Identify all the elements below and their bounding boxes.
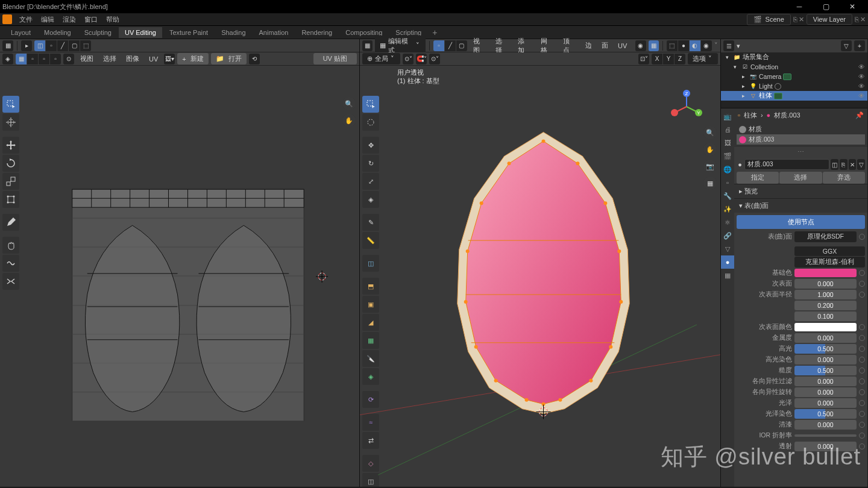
uv-menu-select[interactable]: 选择 <box>99 53 120 64</box>
overlay-toggle-icon[interactable]: ◉ <box>635 40 646 51</box>
menu-help[interactable]: 帮助 <box>102 14 123 25</box>
solid-shading-icon[interactable]: ● <box>678 40 689 51</box>
color-swatch[interactable] <box>794 323 857 331</box>
color-swatch[interactable] <box>794 269 857 277</box>
close-button[interactable]: ✕ <box>839 0 866 13</box>
material-slot[interactable]: 材质 <box>737 124 865 134</box>
link-dot[interactable] <box>859 292 865 298</box>
open-image-button[interactable]: 📁 打开 <box>211 53 247 64</box>
physics-tab-icon[interactable]: ⚛ <box>721 216 734 229</box>
pin-icon[interactable]: 📌 <box>855 111 864 119</box>
link-dot[interactable] <box>859 234 865 240</box>
mesh-tab-icon[interactable]: ▽ <box>721 242 734 255</box>
outliner-row[interactable]: ▾☑Collection👁 <box>721 62 867 72</box>
editor-type-icon[interactable]: ▦ <box>362 40 373 51</box>
surface-shader-dropdown[interactable]: 原理化BSDF <box>794 231 857 242</box>
value-slider[interactable]: 0.000 <box>794 442 857 451</box>
delete-scene-icon[interactable]: ✕ <box>799 16 804 23</box>
outliner-scene-collection[interactable]: ▾📁场景集合 <box>721 52 867 62</box>
uv-menu-image[interactable]: 图像 <box>122 53 143 64</box>
value-slider[interactable]: 1.000 <box>794 290 857 299</box>
link-dot[interactable] <box>859 335 865 341</box>
delete-layer-icon[interactable]: ✕ <box>860 16 866 23</box>
object-tab-icon[interactable]: ▫ <box>721 176 734 189</box>
vp-menu-edge[interactable]: 边 <box>582 40 596 51</box>
uv-snap-icon[interactable]: ▦ <box>16 54 27 64</box>
material-slot[interactable]: 材质.003 <box>737 134 865 145</box>
deselect-button[interactable]: 弃选 <box>823 172 865 184</box>
link-dot[interactable] <box>859 368 865 374</box>
use-nodes-button[interactable]: 使用节点 <box>737 215 865 229</box>
view-layer-selector[interactable]: View Layer <box>807 14 852 25</box>
subsurface-method-dropdown[interactable]: 克里斯坦森-伯利 <box>794 257 865 267</box>
value-slider[interactable]: 0.500 <box>794 366 857 375</box>
constraint-tab-icon[interactable]: 🔗 <box>721 229 734 242</box>
menu-file[interactable]: 文件 <box>16 14 36 25</box>
link-dot[interactable] <box>859 422 865 428</box>
link-dot[interactable] <box>859 443 865 449</box>
add-workspace-button[interactable]: + <box>429 28 441 37</box>
assign-button[interactable]: 指定 <box>737 172 779 184</box>
vertex-select-icon[interactable]: ▫ <box>433 40 444 51</box>
wireframe-shading-icon[interactable]: ⬚ <box>667 40 678 51</box>
xray-toggle-icon[interactable]: ▦ <box>649 40 659 51</box>
edge-select-icon[interactable]: ╱ <box>445 40 456 51</box>
link-dot[interactable] <box>859 270 865 276</box>
particle-tab-icon[interactable]: ✨ <box>721 202 734 216</box>
value-slider[interactable]: 0.100 <box>794 311 857 321</box>
ws-modeling[interactable]: Modeling <box>38 27 77 38</box>
scene-selector[interactable]: 🎬 Scene <box>747 14 791 25</box>
link-dot[interactable] <box>859 433 865 439</box>
render-tab-icon[interactable]: 📺 <box>721 110 734 123</box>
surface-panel-header[interactable]: ▾ 表(曲)面 <box>734 198 867 213</box>
rendered-shading-icon[interactable]: ◉ <box>701 40 712 51</box>
uv-sync-icon[interactable]: ◫ <box>34 40 45 51</box>
ws-shading[interactable]: Shading <box>215 27 251 38</box>
uv-menu-view[interactable]: 视图 <box>77 53 97 64</box>
value-slider[interactable]: 0.000 <box>794 377 857 386</box>
uv-face-icon[interactable]: ▢ <box>69 40 80 51</box>
link-dot[interactable] <box>859 357 865 363</box>
outliner-row[interactable]: ▸📷Camera👁 <box>721 72 867 81</box>
outliner-type-icon[interactable]: ☰ <box>723 40 734 51</box>
output-tab-icon[interactable]: 🖨 <box>721 123 734 136</box>
gizmo-rot-icon[interactable]: Y <box>663 54 674 64</box>
mat-new-icon[interactable]: ⎘ <box>840 159 848 170</box>
value-slider[interactable] <box>794 434 857 437</box>
link-dot[interactable] <box>859 389 865 395</box>
modifier-tab-icon[interactable]: 🔧 <box>721 189 734 202</box>
minimize-button[interactable]: ─ <box>786 0 813 13</box>
mat-users-icon[interactable]: ◫ <box>831 159 838 170</box>
uv-proportional-icon[interactable]: ⊙ <box>63 54 74 64</box>
uv-snap4-icon[interactable]: ▫ <box>50 54 61 64</box>
link-dot[interactable] <box>859 400 865 406</box>
mesh-display-icon[interactable]: ⊡˅ <box>638 54 649 64</box>
editor-type-icon[interactable]: ▦ <box>2 40 13 51</box>
link-dot[interactable] <box>859 346 865 352</box>
gizmo-move-icon[interactable]: X <box>652 54 662 64</box>
outliner-row[interactable]: ▸▽柱体👁 <box>721 91 867 101</box>
link-dot[interactable] <box>859 281 865 287</box>
viewlayer-tab-icon[interactable]: 🖼 <box>721 136 734 149</box>
uv-pivot-icon[interactable]: ◈ <box>2 54 13 64</box>
new-layer-icon[interactable]: ⎘ <box>855 16 859 23</box>
texture-tab-icon[interactable]: ▦ <box>721 269 734 282</box>
link-dot[interactable] <box>859 411 865 417</box>
outliner-row[interactable]: ▸💡Light👁 <box>721 81 867 91</box>
snap-icon[interactable]: 🧲˅ <box>416 54 427 64</box>
pivot-icon[interactable]: ⊙˅ <box>403 54 414 64</box>
orientation-selector[interactable]: ⊕ 全局 ˅ <box>362 53 400 64</box>
uv-edge-icon[interactable]: ╱ <box>57 40 68 51</box>
value-slider[interactable]: 0.000 <box>794 355 857 364</box>
scene-tab-icon[interactable]: 🎬 <box>721 149 734 163</box>
ws-texture-paint[interactable]: Texture Paint <box>163 27 214 38</box>
unlink-image-icon[interactable]: ⟲ <box>249 54 260 64</box>
options-dropdown[interactable]: 选项 ˅ <box>688 53 718 64</box>
value-slider[interactable]: 0.000 <box>794 398 857 408</box>
image-selector-icon[interactable]: 🖼▾ <box>164 54 175 64</box>
world-tab-icon[interactable]: 🌐 <box>721 163 734 176</box>
material-name-input[interactable] <box>744 159 829 170</box>
blender-logo-icon[interactable] <box>2 14 12 24</box>
uv-menu-uv[interactable]: UV <box>145 54 162 64</box>
cursor-tool-icon[interactable]: ▸ <box>21 40 32 51</box>
